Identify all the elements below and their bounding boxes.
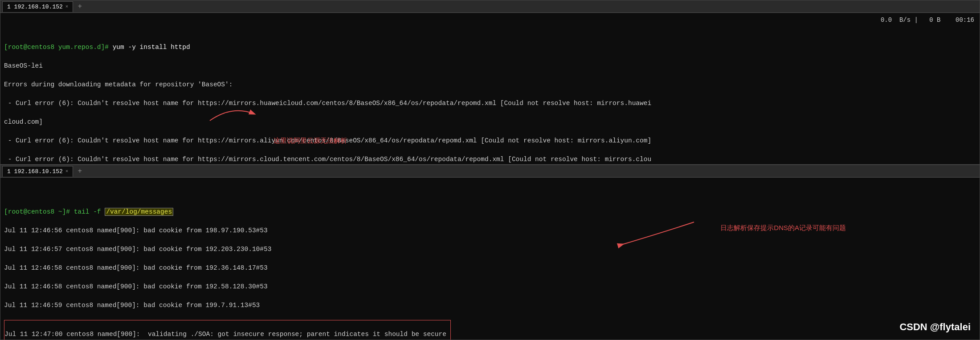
bot-line-2: Jul 11 12:46:57 centos8 named[900]: bad …: [4, 245, 976, 254]
top-line-6: - Curl error (6): Couldn't resolve host …: [4, 136, 976, 146]
bottom-terminal-content: [root@centos8 ~]# tail -f /var/log/messa…: [0, 178, 980, 340]
top-terminal: 1 192.168.10.152 × + 0.0 B/s | 0 B 00:16…: [0, 0, 980, 165]
top-line-5: cloud.com]: [4, 117, 976, 127]
terminal-panel: 1 192.168.10.152 × + 0.0 B/s | 0 B 00:16…: [0, 0, 980, 340]
top-line-1: [root@centos8 yum.repos.d]# yum -y insta…: [4, 43, 976, 52]
watermark: CSDN @flytalei: [899, 320, 971, 334]
bottom-tab-add[interactable]: +: [75, 167, 85, 175]
top-line-4: - Curl error (6): Couldn't resolve host …: [4, 99, 976, 108]
top-tab[interactable]: 1 192.168.10.152 ×: [2, 1, 73, 12]
bottom-terminal: 1 192.168.10.152 × + [root@centos8 ~]# t…: [0, 165, 980, 340]
bot-line-cmd: [root@centos8 ~]# tail -f /var/log/messa…: [4, 207, 976, 217]
bot-line-4: Jul 11 12:46:58 centos8 named[900]: bad …: [4, 282, 976, 291]
bottom-tab-close[interactable]: ×: [65, 169, 69, 174]
top-line-7: - Curl error (6): Couldn't resolve host …: [4, 155, 976, 164]
top-status-bar: 0.0 B/s | 0 B 00:16: [881, 16, 974, 24]
top-tab-label: 1 192.168.10.152: [7, 4, 63, 10]
bottom-tab[interactable]: 1 192.168.10.152 ×: [2, 166, 73, 177]
bot-line-3: Jul 11 12:46:58 centos8 named[900]: bad …: [4, 263, 976, 273]
top-terminal-content: 0.0 B/s | 0 B 00:16 [root@centos8 yum.re…: [0, 13, 980, 164]
bottom-tab-label: 1 192.168.10.152: [7, 168, 63, 175]
top-line-3: Errors during downloading metadata for r…: [4, 80, 976, 89]
bot-line-1: Jul 11 12:46:56 centos8 named[900]: bad …: [4, 226, 976, 235]
highlighted-log-block: Jul 11 12:47:00 centos8 named[900]: vali…: [4, 320, 451, 340]
top-tab-bar: 1 192.168.10.152 × +: [0, 0, 980, 13]
top-tab-close[interactable]: ×: [65, 4, 69, 9]
bot-line-5: Jul 11 12:46:59 centos8 named[900]: bad …: [4, 301, 976, 310]
top-line-2: BaseOS-lei: [4, 61, 976, 71]
bot-box-line-1: Jul 11 12:47:00 centos8 named[900]: vali…: [4, 330, 450, 339]
top-tab-add[interactable]: +: [75, 3, 85, 11]
bottom-tab-bar: 1 192.168.10.152 × +: [0, 165, 980, 178]
